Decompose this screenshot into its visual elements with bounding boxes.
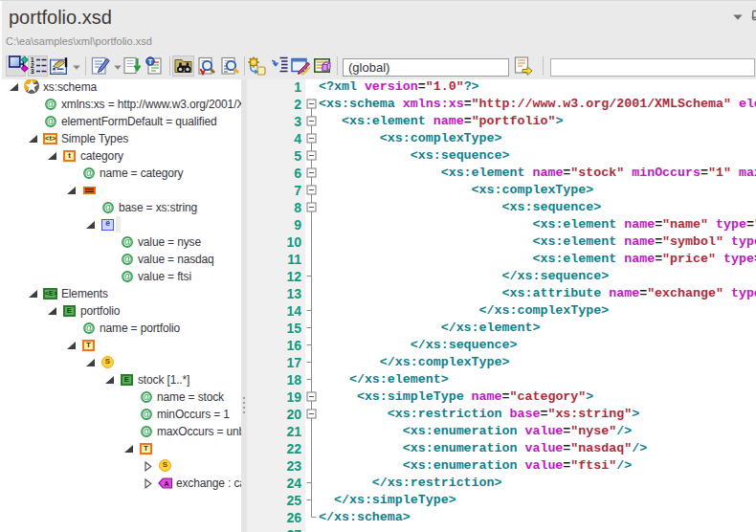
svg-text:T: T — [148, 57, 153, 66]
svg-text:3: 3 — [31, 68, 34, 74]
